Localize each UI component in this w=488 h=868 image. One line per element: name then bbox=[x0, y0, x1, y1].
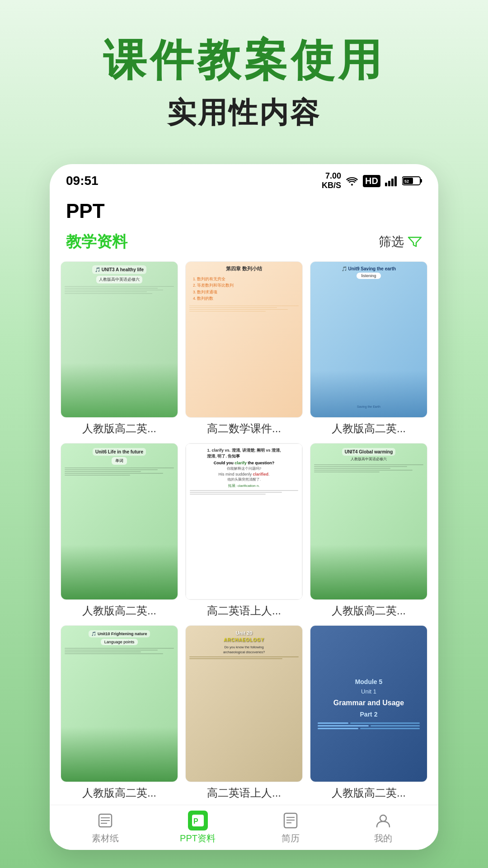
svg-rect-1 bbox=[388, 181, 390, 186]
app-header: PPT bbox=[50, 194, 438, 226]
filter-icon[interactable] bbox=[408, 236, 422, 248]
svg-rect-5 bbox=[420, 179, 422, 183]
thumbnail: 1. clarify vs. 澄清, 讲清楚; 阐明 vs 澄清,澄清, 明了.… bbox=[185, 443, 303, 600]
grid-item[interactable]: Unit6 Life in the future 单词 人教版高二英... bbox=[61, 443, 178, 618]
item-label: 人教版高二英... bbox=[310, 421, 427, 436]
svg-rect-0 bbox=[385, 183, 387, 186]
grid-item[interactable]: UNIT4 Global warming 人教版高中英语必修六 人教版高二英..… bbox=[310, 443, 427, 618]
network-speed: 7.00 KB/S bbox=[322, 171, 341, 191]
wode-label: 我的 bbox=[374, 832, 392, 844]
svg-rect-2 bbox=[391, 179, 394, 186]
ppt-icon: P bbox=[188, 811, 208, 830]
item-label: 人教版高二英... bbox=[310, 604, 427, 618]
signal-icon bbox=[385, 175, 398, 186]
grammar-title: Grammar and Usage bbox=[333, 698, 404, 708]
wifi-icon bbox=[346, 175, 358, 186]
item-label: 人教版高二英... bbox=[61, 604, 178, 618]
grid-item[interactable]: 第四章 数列小结 1. 数列的有无穷全 2. 等差数列和等比数列 3. 数列求通… bbox=[185, 261, 303, 436]
grid-item[interactable]: 1. clarify vs. 澄清, 讲清楚; 阐明 vs 澄清,澄清, 明了.… bbox=[185, 443, 303, 618]
item-label: 人教版高二英... bbox=[61, 421, 178, 436]
thumbnail: 🎵 Unit10 Frightening nature Language poi… bbox=[61, 625, 178, 782]
thumbnail: 第四章 数列小结 1. 数列的有无穷全 2. 等差数列和等比数列 3. 数列求通… bbox=[185, 261, 303, 418]
hd-icon: HD bbox=[363, 175, 380, 187]
svg-rect-3 bbox=[394, 176, 397, 186]
app-title: PPT bbox=[66, 200, 422, 222]
grid-item[interactable]: 🎵 UNIT3 A healthy life 人教版高中英语必修六 人教版高二英… bbox=[61, 261, 178, 436]
nav-item-ppt[interactable]: P PPT资料 bbox=[151, 811, 244, 844]
status-bar: 09:51 7.00 KB/S HD bbox=[50, 164, 438, 194]
item-label: 高二英语上人... bbox=[185, 604, 303, 618]
part-label: Part 2 bbox=[360, 711, 378, 718]
wode-icon bbox=[373, 811, 393, 830]
item-label: 人教版高二英... bbox=[61, 786, 178, 800]
nav-item-wode[interactable]: 我的 bbox=[337, 811, 429, 844]
bottom-nav: 素材纸 P PPT资料 简历 bbox=[50, 805, 438, 850]
grid-item[interactable]: Unit 20 ARCHAEOLOGY Do you know the foll… bbox=[185, 625, 303, 800]
grid-item[interactable]: Module 5 Unit 1 Grammar and Usage Part 2 bbox=[310, 625, 427, 800]
svg-text:52: 52 bbox=[404, 179, 409, 184]
thumbnail: UNIT4 Global warming 人教版高中英语必修六 bbox=[310, 443, 427, 600]
grid-item[interactable]: 🎵 Unit9 Saving the earth listening Savin… bbox=[310, 261, 427, 436]
filter-area[interactable]: 筛选 bbox=[379, 233, 422, 250]
hero-section: 课件教案使用 实用性内容 bbox=[0, 0, 488, 151]
item-label: 人教版高二英... bbox=[310, 786, 427, 800]
battery-icon: 52 bbox=[402, 176, 422, 186]
content-grid: 🎵 UNIT3 A healthy life 人教版高中英语必修六 人教版高二英… bbox=[50, 259, 438, 805]
grid-item[interactable]: 🎵 Unit10 Frightening nature Language poi… bbox=[61, 625, 178, 800]
sucaizhi-icon bbox=[95, 811, 115, 830]
ppt-label: PPT资料 bbox=[180, 832, 216, 844]
section-title: 教学资料 bbox=[66, 231, 127, 252]
thumbnail: Unit6 Life in the future 单词 bbox=[61, 443, 178, 600]
section-header: 教学资料 筛选 bbox=[50, 226, 438, 259]
thumbnail: 🎵 Unit9 Saving the earth listening Savin… bbox=[310, 261, 427, 418]
time-display: 09:51 bbox=[66, 174, 99, 188]
status-icons: 7.00 KB/S HD bbox=[322, 171, 422, 191]
thumbnail: Module 5 Unit 1 Grammar and Usage Part 2 bbox=[310, 625, 427, 782]
sucaizhi-label: 素材纸 bbox=[92, 832, 119, 844]
thumbnail: Unit 20 ARCHAEOLOGY Do you know the foll… bbox=[185, 625, 303, 782]
item-label: 高二数学课件... bbox=[185, 421, 303, 436]
svg-point-18 bbox=[380, 815, 386, 821]
jianli-label: 简历 bbox=[282, 832, 300, 844]
filter-label[interactable]: 筛选 bbox=[379, 233, 404, 250]
nav-item-sucaizhi[interactable]: 素材纸 bbox=[59, 811, 151, 844]
svg-text:P: P bbox=[193, 817, 198, 825]
thumbnail: 🎵 UNIT3 A healthy life 人教版高中英语必修六 bbox=[61, 261, 178, 418]
phone-frame: 09:51 7.00 KB/S HD bbox=[50, 164, 438, 850]
module-label: Module 5 bbox=[355, 678, 383, 685]
item-label: 高二英语上人... bbox=[185, 786, 303, 800]
hero-title: 课件教案使用 bbox=[27, 36, 461, 84]
hero-subtitle: 实用性内容 bbox=[27, 93, 461, 132]
jianli-icon bbox=[281, 811, 300, 830]
unit-label: Unit 1 bbox=[361, 688, 376, 695]
nav-item-jianli[interactable]: 简历 bbox=[244, 811, 337, 844]
